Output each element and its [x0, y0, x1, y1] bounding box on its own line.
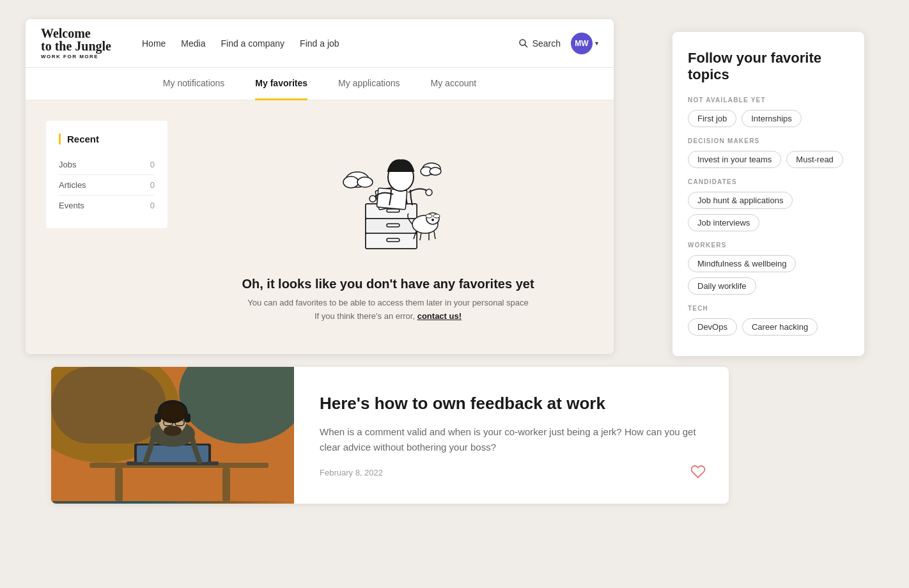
svg-point-22 [426, 214, 432, 218]
recent-events-label: Events [59, 201, 84, 210]
recent-sidebar: Recent Jobs 0 Articles 0 Events 0 [46, 121, 167, 228]
svg-point-15 [343, 176, 359, 188]
empty-illustration [318, 134, 458, 261]
section-label-decision-makers: DECISION MAKERS [688, 137, 849, 144]
empty-contact: If you think there's an error, contact u… [315, 311, 462, 321]
section-label-workers: WORKERS [688, 242, 849, 249]
tag-mindfulness[interactable]: Mindfulness & wellbeing [688, 255, 796, 272]
recent-jobs-label: Jobs [59, 160, 76, 169]
nav-media[interactable]: Media [181, 38, 205, 49]
logo[interactable]: Welcometo the Jungle WORK FOR MORE [41, 27, 111, 59]
empty-state: Oh, it looks like you don't have any fav… [183, 121, 593, 334]
svg-point-12 [369, 196, 376, 202]
svg-rect-34 [115, 468, 123, 501]
recent-jobs-count: 0 [150, 160, 155, 169]
recent-events[interactable]: Events 0 [59, 196, 155, 215]
logo-tagline: WORK FOR MORE [41, 54, 111, 59]
empty-title: Oh, it looks like you don't have any fav… [242, 277, 534, 291]
svg-point-23 [433, 214, 440, 218]
main-app-card: Welcometo the Jungle WORK FOR MORE Home … [26, 19, 614, 354]
article-image [51, 367, 294, 504]
topics-tags-workers: Mindfulness & wellbeing Daily worklife [688, 255, 849, 295]
article-card[interactable]: Here's how to own feedback at work When … [51, 367, 729, 504]
tag-invest-teams[interactable]: Invest in your teams [688, 151, 781, 168]
tab-account[interactable]: My account [431, 68, 477, 100]
topics-tags-not-available: First job Internships [688, 110, 849, 127]
recent-articles-count: 0 [150, 180, 155, 190]
svg-rect-32 [51, 367, 166, 444]
article-image-svg [51, 367, 294, 501]
recent-title: Recent [59, 134, 155, 144]
tabs-bar: My notifications My favorites My applica… [26, 68, 614, 100]
svg-point-13 [426, 189, 432, 196]
svg-point-19 [430, 167, 441, 175]
svg-point-24 [431, 219, 434, 221]
article-title: Here's how to own feedback at work [320, 393, 703, 415]
user-avatar-wrapper[interactable]: MW ▾ [571, 33, 598, 54]
empty-desc: You can add favorites to be able to acce… [247, 298, 529, 307]
article-desc: When is a comment valid and when is your… [320, 424, 703, 455]
recent-events-count: 0 [150, 201, 155, 210]
tag-first-job[interactable]: First job [688, 110, 736, 127]
nav-home[interactable]: Home [142, 38, 166, 49]
topics-section-not-available: NOT AVAILABLE YET First job Internships [688, 97, 849, 127]
svg-line-1 [525, 45, 527, 47]
tab-applications[interactable]: My applications [338, 68, 400, 100]
tag-must-read[interactable]: Must-read [786, 151, 843, 168]
svg-point-45 [164, 426, 182, 436]
tag-devops[interactable]: DevOps [688, 318, 737, 336]
tag-daily-worklife[interactable]: Daily worklife [688, 277, 756, 295]
tab-notifications[interactable]: My notifications [163, 68, 224, 100]
navbar: Welcometo the Jungle WORK FOR MORE Home … [26, 19, 614, 68]
topics-tags-tech: DevOps Career hacking [688, 318, 849, 336]
tag-career-hacking[interactable]: Career hacking [742, 318, 818, 336]
nav-find-job[interactable]: Find a job [300, 38, 339, 49]
svg-line-28 [434, 231, 435, 239]
svg-rect-47 [184, 414, 190, 422]
svg-rect-5 [366, 233, 417, 249]
logo-line1: Welcometo the Jungle [41, 27, 111, 52]
recent-articles-label: Articles [59, 180, 86, 190]
svg-line-26 [420, 233, 421, 240]
nav-links: Home Media Find a company Find a job [142, 38, 339, 49]
heart-icon [690, 464, 706, 479]
empty-contact-prefix: If you think there's an error, [315, 311, 417, 321]
svg-point-0 [520, 40, 525, 45]
svg-rect-46 [155, 414, 161, 422]
section-label-tech: TECH [688, 305, 849, 312]
tag-internships[interactable]: Internships [742, 110, 802, 127]
article-content: Here's how to own feedback at work When … [294, 367, 729, 504]
content-area: Recent Jobs 0 Articles 0 Events 0 [26, 100, 614, 354]
svg-point-16 [357, 177, 373, 187]
avatar[interactable]: MW [571, 33, 593, 54]
topics-section-workers: WORKERS Mindfulness & wellbeing Daily wo… [688, 242, 849, 295]
section-label-not-available: NOT AVAILABLE YET [688, 97, 849, 104]
tag-job-interviews[interactable]: Job interviews [688, 214, 759, 231]
topics-tags-decision-makers: Invest in your teams Must-read [688, 151, 849, 168]
topics-section-tech: TECH DevOps Career hacking [688, 305, 849, 336]
nav-find-company[interactable]: Find a company [221, 38, 285, 49]
search-label: Search [532, 38, 561, 49]
tab-favorites[interactable]: My favorites [255, 68, 307, 100]
contact-link[interactable]: contact us! [417, 311, 462, 321]
recent-articles[interactable]: Articles 0 [59, 175, 155, 196]
topics-tags-candidates: Job hunt & applications Job interviews [688, 192, 849, 231]
section-label-candidates: CANDIDATES [688, 178, 849, 185]
tag-job-hunt[interactable]: Job hunt & applications [688, 192, 793, 209]
topics-section-decision-makers: DECISION MAKERS Invest in your teams Mus… [688, 137, 849, 168]
bottom-section: Here's how to own feedback at work When … [26, 367, 883, 523]
article-date: February 8, 2022 [320, 468, 703, 477]
svg-rect-35 [222, 468, 230, 501]
nav-right: Search MW ▾ [518, 33, 598, 54]
favorite-heart-button[interactable] [690, 464, 706, 483]
search-icon [518, 38, 529, 49]
recent-jobs[interactable]: Jobs 0 [59, 155, 155, 175]
topics-card: Follow your favorite topics NOT AVAILABL… [672, 32, 864, 356]
svg-rect-4 [366, 219, 417, 233]
search-button[interactable]: Search [518, 38, 561, 49]
topics-section-candidates: CANDIDATES Job hunt & applications Job i… [688, 178, 849, 231]
chevron-down-icon: ▾ [595, 40, 598, 47]
topics-title: Follow your favorite topics [688, 50, 849, 84]
